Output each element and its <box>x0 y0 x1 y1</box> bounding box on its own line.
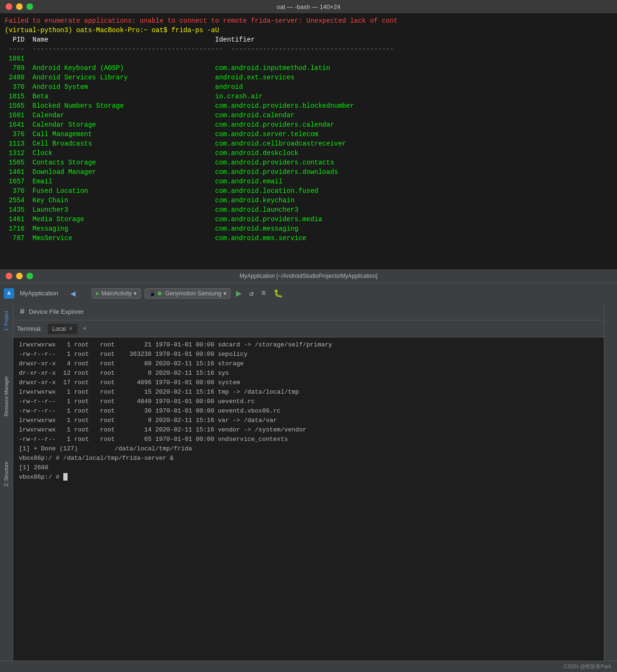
studio-titlebar: MyApplication [~/AndroidStudioProjects/M… <box>0 269 617 283</box>
studio-toolbar: A MyApplication ◀ ▶ MainActivity ▾ 📱 Gen… <box>0 283 617 303</box>
term2-line-7: -rw-r--r-- 1 root root 4849 1970-01-01 0… <box>19 397 598 406</box>
tab-close-icon[interactable]: ✕ <box>69 326 73 332</box>
terminal-label: Terminal: <box>17 325 42 332</box>
cursor <box>63 473 68 481</box>
right-side-panel <box>604 303 617 661</box>
run-config-button[interactable]: ▶ MainActivity ▾ <box>92 288 141 299</box>
term2-line-6: lrwxrwxrwx 1 root root 15 2020-02-11 15:… <box>19 388 598 397</box>
device-label: Genymotion Samsung <box>165 290 222 297</box>
file-explorer-header: 🖥 Device File Explorer <box>13 303 604 320</box>
studio-maximize-button[interactable] <box>26 273 33 279</box>
process-row-376c: 376 Fused Location com.android.location.… <box>5 186 612 196</box>
tab-local-label: Local <box>52 326 66 332</box>
process-row-1461b: 1461 Media Storage com.android.providers… <box>5 215 612 224</box>
run-button[interactable]: ▶ <box>234 286 244 300</box>
config-icon: ▶ <box>96 291 100 296</box>
config-dropdown-icon: ▾ <box>134 290 137 297</box>
back-button[interactable]: ◀ <box>68 287 78 300</box>
tab-local[interactable]: Local ✕ <box>48 324 78 334</box>
minimize-button[interactable] <box>16 3 23 10</box>
headers-line: PID Name Identifier <box>5 35 612 44</box>
content-area: 🖥 Device File Explorer Terminal: Local ✕… <box>13 303 604 661</box>
process-row-1815: 1815 Beta io.crash.air <box>5 92 612 101</box>
studio-logo: A <box>4 288 14 299</box>
process-row-1461a: 1461 Download Manager com.android.provid… <box>5 167 612 177</box>
studio-title: MyApplication [~/AndroidStudioProjects/M… <box>240 273 377 279</box>
term2-line-11: -rw-r--r-- 1 root root 65 1970-01-01 00:… <box>19 435 598 444</box>
term2-line-3: drwxr-xr-x 4 root root 80 2020-02-11 15:… <box>19 359 598 369</box>
bottom-bar-credit: CSDN @橙留香Park <box>564 663 611 670</box>
logcat-button[interactable]: ≡ <box>259 288 268 299</box>
studio-titlebar-buttons <box>6 273 33 279</box>
process-row-709: 709 Android Keyboard (AOSP) com.android.… <box>5 63 612 73</box>
config-label: MainActivity <box>102 290 132 297</box>
process-row-1565b: 1565 Contacts Storage com.android.provid… <box>5 158 612 167</box>
close-button[interactable] <box>6 3 12 10</box>
device-button[interactable]: 📱 Genymotion Samsung ▾ <box>145 288 231 299</box>
process-row-2554: 2554 Key Chain com.android.keychain <box>5 196 612 205</box>
terminal-output[interactable]: lrwxrwxrwx 1 root root 21 1970-01-01 00:… <box>13 337 604 661</box>
titlebar-buttons <box>6 3 33 10</box>
bottom-status-bar: CSDN @橙留香Park <box>0 661 617 672</box>
left-side-panel: 1: Project Resource Manager Z: Structure <box>0 303 13 661</box>
process-row-1113: 1113 Cell Broadcasts com.android.cellbro… <box>5 139 612 148</box>
term2-line-8: -rw-r--r-- 1 root root 30 1970-01-01 00:… <box>19 406 598 416</box>
structure-panel-button[interactable]: Z: Structure <box>2 458 11 490</box>
file-explorer-title: Device File Explorer <box>29 308 84 315</box>
android-studio-window: MyApplication [~/AndroidStudioProjects/M… <box>0 269 617 672</box>
device-dropdown-icon: ▾ <box>223 290 226 297</box>
debug-button[interactable]: 🐛 <box>272 288 285 299</box>
term2-line-9: lrwxrwxrwx 1 root root 9 2020-02-11 15:1… <box>19 416 598 425</box>
process-row-376a: 376 Android System android <box>5 82 612 92</box>
term2-line-5: drwxr-xr-x 17 root root 4096 1970-01-01 … <box>19 378 598 388</box>
process-row-1312: 1312 Clock com.android.deskclock <box>5 148 612 158</box>
studio-close-button[interactable] <box>6 273 12 279</box>
process-row-2480: 2480 Android Services Library android.ex… <box>5 73 612 82</box>
process-row-1435: 1435 Launcher3 com.android.launcher3 <box>5 205 612 215</box>
maximize-button[interactable] <box>26 3 33 10</box>
file-explorer-icon: 🖥 <box>19 308 25 315</box>
process-row-1601: 1601 Calendar com.android.calendar <box>5 111 612 120</box>
resource-manager-button[interactable]: Resource Manager <box>2 372 11 420</box>
process-row-787: 787 MmsService com.android.mms.service <box>5 233 612 243</box>
error-line: Failed to enumerate applications: unable… <box>5 16 612 26</box>
process-row-376b: 376 Call Management com.android.server.t… <box>5 129 612 139</box>
terminal-tabs: Terminal: Local ✕ + <box>13 320 604 337</box>
green-dot-icon <box>158 292 162 295</box>
term2-line-12: [1] + Done (127) /data/local/tmp/frida <box>19 444 598 454</box>
term2-line-1: lrwxrwxrwx 1 root root 21 1970-01-01 00:… <box>19 340 598 350</box>
project-panel-button[interactable]: 1: Project <box>2 307 11 335</box>
prompt-line: (virtual-python3) oats-MacBook-Pro:~ oat… <box>5 26 612 35</box>
studio-minimize-button[interactable] <box>16 273 23 279</box>
process-row-1716: 1716 Messaging com.android.messaging <box>5 224 612 233</box>
divider-line: ---- -----------------------------------… <box>5 44 612 54</box>
refresh-button[interactable]: ↺ <box>248 288 256 299</box>
terminal-titlebar: oat — -bash — 140×24 <box>0 0 617 13</box>
process-row-1565a: 1565 Blocked Numbers Storage com.android… <box>5 101 612 111</box>
term2-line-2: -rw-r--r-- 1 root root 363238 1970-01-01… <box>19 350 598 359</box>
studio-main-area: 1: Project Resource Manager Z: Structure… <box>0 303 617 661</box>
tab-add-button[interactable]: + <box>79 324 90 334</box>
process-row-1657: 1657 Email com.android.email <box>5 177 612 186</box>
studio-app-name: MyApplication <box>20 290 58 297</box>
process-row-1641: 1641 Calendar Storage com.android.provid… <box>5 120 612 129</box>
term2-line-10: lrwxrwxrwx 1 root root 14 2020-02-11 15:… <box>19 425 598 435</box>
term2-line-4: dr-xr-xr-x 12 root root 0 2020-02-11 15:… <box>19 369 598 378</box>
terminal-top-window: oat — -bash — 140×24 Failed to enumerate… <box>0 0 617 269</box>
terminal-title: oat — -bash — 140×24 <box>277 3 341 10</box>
terminal-content: Failed to enumerate applications: unable… <box>0 13 617 246</box>
process-row-1861: 1861 <box>5 54 612 63</box>
term2-line-15[interactable]: vbox86p:/ # <box>19 473 598 482</box>
term2-line-13: vbox86p:/ # /data/local/tmp/frida-server… <box>19 454 598 463</box>
term2-line-14: [1] 2680 <box>19 463 598 473</box>
device-icon: 📱 <box>149 290 156 297</box>
